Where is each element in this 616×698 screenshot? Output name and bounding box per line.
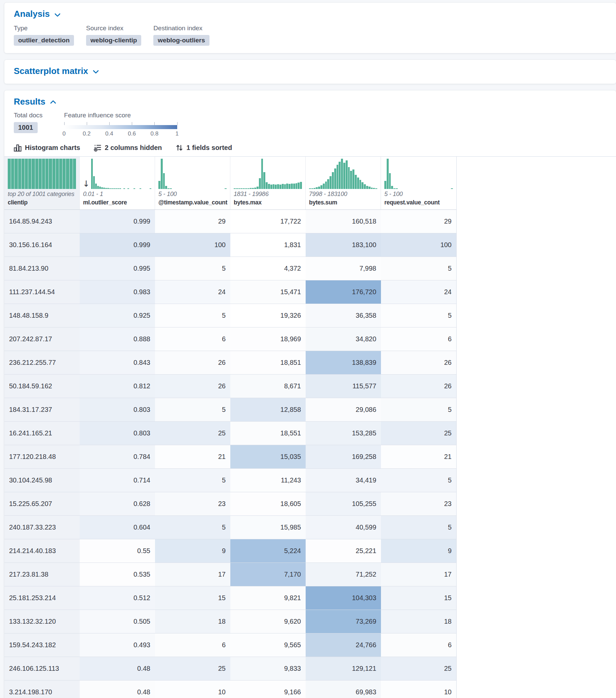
cell-ml-outlier-score[interactable]: 0.714 [80, 469, 155, 492]
cell-timestamp-value-count[interactable]: 18 [155, 610, 230, 633]
analysis-section-toggle[interactable]: Analysis [4, 3, 616, 19]
fields-sorted-button[interactable]: 1 fields sorted [176, 144, 232, 152]
cell-ml-outlier-score[interactable]: 0.512 [80, 586, 155, 610]
cell-bytes-max[interactable]: 7,170 [230, 563, 306, 586]
histogram-charts-button[interactable]: Histogram charts [14, 144, 80, 152]
cell-timestamp-value-count[interactable]: 29 [155, 210, 230, 233]
cell-clientip[interactable]: 246.106.125.113 [4, 657, 80, 680]
cell-timestamp-value-count[interactable]: 26 [155, 375, 230, 398]
cell-bytes-max[interactable]: 8,671 [230, 375, 306, 398]
column-header-bytes-max[interactable]: 1831 - 19986bytes.max [230, 157, 306, 209]
cell-ml-outlier-score[interactable]: 0.784 [80, 445, 155, 469]
cell-clientip[interactable]: 214.214.40.183 [4, 539, 80, 562]
cell-clientip[interactable]: 30.104.245.98 [4, 469, 80, 492]
cell-request-value-count[interactable]: 5 [381, 257, 456, 280]
cell-request-value-count[interactable]: 24 [381, 280, 456, 304]
cell-bytes-max[interactable]: 18,851 [230, 351, 306, 374]
cell-ml-outlier-score[interactable]: 0.925 [80, 304, 155, 327]
cell-bytes-max[interactable]: 18,605 [230, 492, 306, 515]
cell-bytes-max[interactable]: 18,551 [230, 422, 306, 445]
cell-request-value-count[interactable]: 5 [381, 516, 456, 539]
cell-bytes-sum[interactable]: 69,983 [306, 681, 381, 698]
cell-timestamp-value-count[interactable]: 5 [155, 516, 230, 539]
cell-timestamp-value-count[interactable]: 17 [155, 563, 230, 586]
cell-ml-outlier-score[interactable]: 0.803 [80, 398, 155, 421]
cell-clientip[interactable]: 81.84.213.90 [4, 257, 80, 280]
cell-bytes-sum[interactable]: 138,839 [306, 351, 381, 374]
cell-bytes-sum[interactable]: 153,285 [306, 422, 381, 445]
cell-timestamp-value-count[interactable]: 5 [155, 304, 230, 327]
cell-clientip[interactable]: 177.120.218.48 [4, 445, 80, 469]
cell-bytes-max[interactable]: 9,821 [230, 586, 306, 610]
cell-timestamp-value-count[interactable]: 6 [155, 327, 230, 351]
cell-ml-outlier-score[interactable]: 0.995 [80, 257, 155, 280]
cell-bytes-max[interactable]: 15,471 [230, 280, 306, 304]
cell-bytes-max[interactable]: 4,372 [230, 257, 306, 280]
cell-clientip[interactable]: 15.225.65.207 [4, 492, 80, 515]
cell-request-value-count[interactable]: 5 [381, 398, 456, 421]
cell-ml-outlier-score[interactable]: 0.628 [80, 492, 155, 515]
cell-bytes-sum[interactable]: 24,766 [306, 633, 381, 657]
cell-request-value-count[interactable]: 5 [381, 304, 456, 327]
column-header-clientip[interactable]: top 20 of 1001 categoriesclientip [4, 157, 80, 209]
cell-request-value-count[interactable]: 23 [381, 492, 456, 515]
cell-clientip[interactable]: 236.212.255.77 [4, 351, 80, 374]
cell-clientip[interactable]: 3.214.198.170 [4, 681, 80, 698]
cell-bytes-sum[interactable]: 34,820 [306, 327, 381, 351]
cell-clientip[interactable]: 111.237.144.54 [4, 280, 80, 304]
cell-timestamp-value-count[interactable]: 5 [155, 257, 230, 280]
cell-bytes-sum[interactable]: 34,419 [306, 469, 381, 492]
cell-clientip[interactable]: 207.242.87.17 [4, 327, 80, 351]
cell-request-value-count[interactable]: 100 [381, 233, 456, 256]
column-header-ml-outlier-score[interactable]: ↓0.01 - 1ml.outlier_score [80, 157, 155, 209]
cell-ml-outlier-score[interactable]: 0.604 [80, 516, 155, 539]
scatterplot-section-toggle[interactable]: Scatterplot matrix [4, 60, 616, 84]
column-header-request-value-count[interactable]: 5 - 100request.value_count [381, 157, 456, 209]
cell-timestamp-value-count[interactable]: 100 [155, 233, 230, 256]
cell-timestamp-value-count[interactable]: 25 [155, 657, 230, 680]
cell-clientip[interactable]: 217.23.81.38 [4, 563, 80, 586]
cell-bytes-sum[interactable]: 115,577 [306, 375, 381, 398]
cell-bytes-sum[interactable]: 183,100 [306, 233, 381, 256]
cell-bytes-sum[interactable]: 36,358 [306, 304, 381, 327]
cell-timestamp-value-count[interactable]: 6 [155, 633, 230, 657]
cell-timestamp-value-count[interactable]: 9 [155, 539, 230, 562]
cell-bytes-sum[interactable]: 71,252 [306, 563, 381, 586]
cell-bytes-max[interactable]: 5,224 [230, 539, 306, 562]
cell-clientip[interactable]: 164.85.94.243 [4, 210, 80, 233]
cell-bytes-max[interactable]: 9,620 [230, 610, 306, 633]
cell-ml-outlier-score[interactable]: 0.888 [80, 327, 155, 351]
cell-bytes-sum[interactable]: 104,303 [306, 586, 381, 610]
cell-bytes-sum[interactable]: 160,518 [306, 210, 381, 233]
cell-clientip[interactable]: 240.187.33.223 [4, 516, 80, 539]
cell-bytes-sum[interactable]: 7,998 [306, 257, 381, 280]
cell-ml-outlier-score[interactable]: 0.505 [80, 610, 155, 633]
cell-ml-outlier-score[interactable]: 0.983 [80, 280, 155, 304]
column-header-timestamp-value-count[interactable]: 5 - 100@timestamp.value_count [155, 157, 230, 209]
cell-ml-outlier-score[interactable]: 0.843 [80, 351, 155, 374]
cell-bytes-sum[interactable]: 29,086 [306, 398, 381, 421]
cell-timestamp-value-count[interactable]: 26 [155, 351, 230, 374]
cell-clientip[interactable]: 148.48.158.9 [4, 304, 80, 327]
cell-request-value-count[interactable]: 10 [381, 681, 456, 698]
cell-ml-outlier-score[interactable]: 0.55 [80, 539, 155, 562]
cell-clientip[interactable]: 16.241.165.21 [4, 422, 80, 445]
cell-bytes-max[interactable]: 18,969 [230, 327, 306, 351]
cell-bytes-sum[interactable]: 176,720 [306, 280, 381, 304]
cell-bytes-max[interactable]: 15,985 [230, 516, 306, 539]
cell-bytes-max[interactable]: 15,035 [230, 445, 306, 469]
column-header-bytes-sum[interactable]: 7998 - 183100bytes.sum [306, 157, 381, 209]
cell-ml-outlier-score[interactable]: 0.493 [80, 633, 155, 657]
cell-bytes-max[interactable]: 9,166 [230, 681, 306, 698]
cell-bytes-sum[interactable]: 105,255 [306, 492, 381, 515]
cell-bytes-max[interactable]: 12,858 [230, 398, 306, 421]
cell-request-value-count[interactable]: 5 [381, 469, 456, 492]
cell-bytes-sum[interactable]: 25,221 [306, 539, 381, 562]
cell-timestamp-value-count[interactable]: 23 [155, 492, 230, 515]
cell-timestamp-value-count[interactable]: 5 [155, 469, 230, 492]
cell-request-value-count[interactable]: 6 [381, 327, 456, 351]
columns-hidden-button[interactable]: 2 columns hidden [94, 144, 162, 152]
cell-timestamp-value-count[interactable]: 10 [155, 681, 230, 698]
cell-request-value-count[interactable]: 15 [381, 586, 456, 610]
cell-bytes-max[interactable]: 1,831 [230, 233, 306, 256]
